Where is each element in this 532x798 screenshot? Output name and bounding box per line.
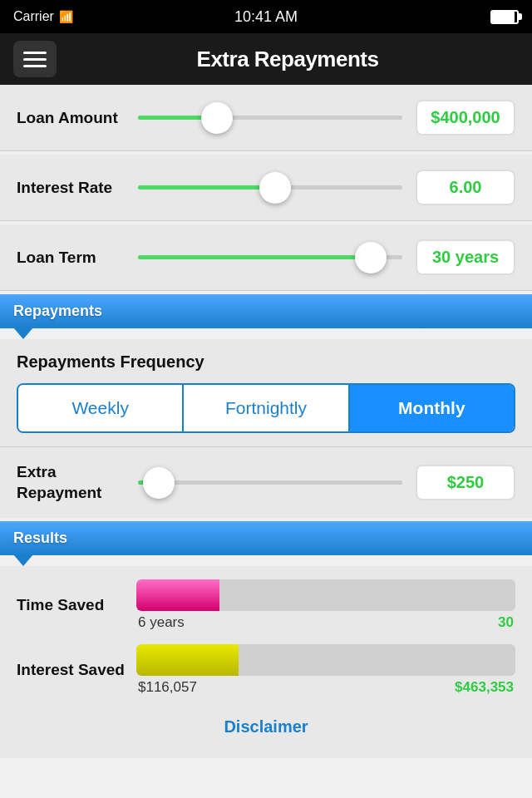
interest-saved-bar-track: [136, 644, 515, 676]
interest-saved-bar-labels: $116,057 $463,353: [136, 679, 515, 696]
results-section: Time Saved 6 years 30 Interest Saved: [0, 566, 532, 758]
slider-track: [138, 116, 402, 120]
monthly-button[interactable]: Monthly: [350, 385, 514, 431]
loan-term-section: Loan Term 30 years: [0, 224, 532, 291]
status-bar: Carrier 📶 10:41 AM: [0, 0, 532, 33]
menu-button[interactable]: [13, 41, 57, 77]
frequency-button-group: Weekly Fortnightly Monthly: [17, 383, 515, 433]
loan-term-slider[interactable]: [138, 241, 402, 274]
page-title: Extra Repayments: [57, 47, 519, 72]
disclaimer-section: Disclaimer: [17, 709, 515, 750]
carrier-info: Carrier 📶: [13, 9, 73, 24]
time-saved-left-value: 6 years: [138, 614, 185, 631]
interest-saved-row: Interest Saved $116,057 $463,353: [17, 644, 515, 696]
time-saved-bar-col: 6 years 30: [136, 579, 515, 631]
repayments-header-wrapper: Repayments: [0, 294, 532, 339]
loan-term-value: 30 years: [416, 239, 515, 275]
weekly-button[interactable]: Weekly: [18, 385, 184, 431]
time-saved-label: Time Saved: [17, 596, 125, 614]
nav-bar: Extra Repayments: [0, 33, 532, 85]
time-saved-bar-fill: [136, 579, 219, 611]
interest-rate-slider[interactable]: [138, 171, 402, 204]
interest-rate-section: Interest Rate 6.00: [0, 155, 532, 221]
extra-repayment-value: $250: [416, 465, 515, 500]
interest-saved-label: Interest Saved: [17, 661, 125, 679]
interest-saved-bar-container: [136, 644, 515, 676]
slider-fill: [138, 185, 275, 190]
time-saved-right-value: 30: [498, 614, 514, 631]
battery-icon: [490, 10, 519, 24]
loan-amount-value: $400,000: [416, 100, 515, 135]
results-arrow: [13, 554, 33, 566]
menu-line-2: [23, 58, 47, 61]
repayments-freq-label: Repayments Frequency: [17, 352, 515, 372]
results-header-wrapper: Results: [0, 521, 532, 566]
menu-line-3: [23, 65, 47, 67]
time-saved-row: Time Saved 6 years 30: [17, 579, 515, 631]
interest-saved-bar-fill: [136, 644, 239, 676]
interest-saved-bar-col: $116,057 $463,353: [136, 644, 515, 696]
loan-amount-slider[interactable]: [138, 101, 402, 135]
loan-amount-label: Loan Amount: [17, 109, 125, 127]
disclaimer-link[interactable]: Disclaimer: [224, 717, 308, 736]
extra-repayment-label: ExtraRepayment: [17, 462, 125, 503]
repayments-section: Repayments Frequency Weekly Fortnightly …: [0, 339, 532, 446]
time-saved-wrapper: Time Saved 6 years 30: [17, 579, 515, 631]
slider-thumb: [143, 467, 175, 499]
interest-rate-value: 6.00: [416, 170, 515, 205]
repayments-header: Repayments: [0, 294, 532, 328]
time-saved-bar-labels: 6 years 30: [136, 614, 515, 631]
repayments-arrow: [13, 328, 33, 339]
interest-saved-right-value: $463,353: [455, 679, 514, 696]
time-display: 10:41 AM: [234, 8, 298, 26]
slider-track: [138, 480, 402, 485]
interest-saved-wrapper: Interest Saved $116,057 $463,353: [17, 644, 515, 696]
results-header-label: Results: [13, 530, 67, 547]
interest-saved-left-value: $116,057: [138, 679, 197, 696]
time-saved-bar-track: [136, 579, 515, 611]
loan-amount-section: Loan Amount $400,000: [0, 85, 532, 151]
interest-rate-label: Interest Rate: [17, 179, 125, 197]
carrier-label: Carrier: [13, 9, 54, 24]
slider-fill: [138, 255, 371, 259]
menu-line-1: [23, 52, 47, 54]
results-header: Results: [0, 521, 532, 555]
slider-thumb: [201, 102, 233, 134]
wifi-icon: 📶: [59, 10, 73, 23]
loan-term-label: Loan Term: [17, 249, 125, 267]
slider-track: [138, 255, 402, 259]
fortnightly-button[interactable]: Fortnightly: [184, 385, 349, 431]
slider-thumb: [355, 242, 387, 273]
extra-repayment-slider[interactable]: [138, 466, 402, 500]
extra-repayment-section: ExtraRepayment $250: [0, 446, 532, 518]
repayments-header-label: Repayments: [13, 303, 102, 320]
slider-thumb: [259, 172, 291, 204]
slider-track: [138, 185, 402, 190]
time-saved-bar-container: [136, 579, 515, 611]
